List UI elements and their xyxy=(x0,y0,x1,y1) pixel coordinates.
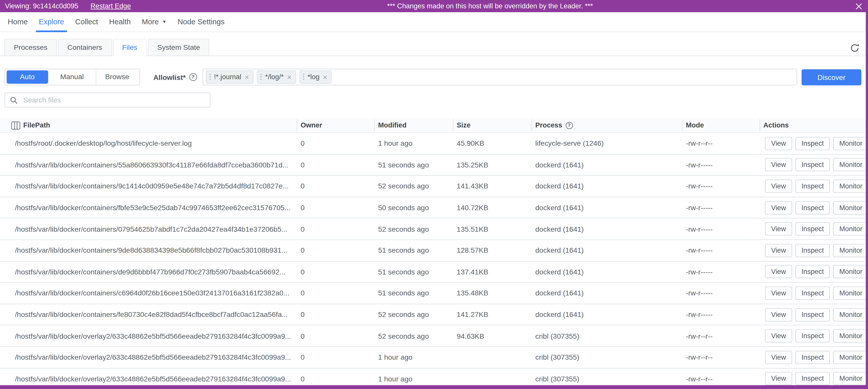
allowlist-tag-input[interactable]: !*.journal × */log/* × *log × xyxy=(203,69,797,85)
view-button[interactable]: View xyxy=(765,329,792,343)
view-button[interactable]: View xyxy=(765,158,792,171)
view-button[interactable]: View xyxy=(765,244,792,257)
tab[interactable]: Processes xyxy=(4,39,57,56)
view-button[interactable]: View xyxy=(765,351,792,364)
nav-item-label: More xyxy=(142,18,159,26)
view-button[interactable]: View xyxy=(765,222,792,236)
col-mode[interactable]: Mode xyxy=(682,118,760,133)
tab-label: Files xyxy=(122,43,137,52)
inspect-button[interactable]: Inspect xyxy=(796,308,830,321)
col-filepath-label: FilePath xyxy=(23,121,50,129)
monitor-button[interactable]: Monitor xyxy=(833,244,866,257)
inspect-button[interactable]: Inspect xyxy=(796,329,830,343)
inspect-button[interactable]: Inspect xyxy=(796,222,830,236)
owner-cell: 0 xyxy=(297,310,374,319)
drag-handle-icon[interactable] xyxy=(209,73,211,81)
size-cell: 141.27KB xyxy=(453,310,531,319)
modified-cell: 51 seconds ago xyxy=(374,161,453,169)
modified-cell: 1 hour ago xyxy=(374,353,453,361)
monitor-button[interactable]: Monitor xyxy=(833,137,866,150)
process-help-icon[interactable]: ? xyxy=(566,122,573,129)
discover-button[interactable]: Discover xyxy=(802,69,862,85)
viewing-host-label: Viewing: 9c1414c0d095 xyxy=(5,2,78,10)
inspect-button[interactable]: Inspect xyxy=(796,158,830,171)
allowlist-tag[interactable]: !*.journal × xyxy=(206,70,254,84)
mode-toggle-option[interactable]: Auto xyxy=(6,70,48,84)
monitor-button[interactable]: Monitor xyxy=(833,286,866,300)
inspect-button[interactable]: Inspect xyxy=(796,372,830,386)
view-button[interactable]: View xyxy=(765,179,792,193)
nav-item[interactable]: Collect xyxy=(70,12,103,32)
mode-cell: -rw-r----- xyxy=(682,225,760,233)
tag-remove-icon[interactable]: × xyxy=(287,73,291,81)
filepath-cell: /hostfs/var/lib/docker/containers/9c1414… xyxy=(0,182,297,191)
discover-controls: Auto Manual Browse Allowlist* ? !*.journ… xyxy=(4,69,862,85)
nav-item[interactable]: Home xyxy=(2,12,33,32)
col-size[interactable]: Size xyxy=(453,118,531,133)
tab-label: Containers xyxy=(67,43,102,52)
view-button[interactable]: View xyxy=(765,308,792,321)
allowlist-tag-label: */log/* xyxy=(265,73,284,81)
inspect-button[interactable]: Inspect xyxy=(796,179,830,193)
table-row: /hostfs/var/lib/docker/overlay2/633c4886… xyxy=(0,326,866,347)
inspect-button[interactable]: Inspect xyxy=(796,286,830,300)
monitor-button[interactable]: Monitor xyxy=(833,308,866,321)
leader-override-banner: Viewing: 9c1414c0d095 Restart Edge *** C… xyxy=(0,0,868,12)
drag-handle-icon[interactable] xyxy=(303,73,304,81)
mode-toggle-option-label: Manual xyxy=(60,73,84,81)
actions-cell: View Inspect Monitor xyxy=(760,308,866,321)
mode-toggle-option[interactable]: Manual xyxy=(51,70,93,84)
drag-handle-icon[interactable] xyxy=(260,73,262,81)
col-filepath[interactable]: FilePath xyxy=(0,118,297,133)
mode-toggle-option[interactable]: Browse xyxy=(96,70,138,84)
view-button[interactable]: View xyxy=(765,265,792,278)
monitor-button[interactable]: Monitor xyxy=(833,222,866,236)
tag-remove-icon[interactable]: × xyxy=(323,73,328,81)
size-cell: 135.25KB xyxy=(453,161,531,169)
col-modified-label: Modified xyxy=(378,121,407,129)
inspect-button[interactable]: Inspect xyxy=(796,244,830,257)
monitor-button[interactable]: Monitor xyxy=(833,265,866,278)
table-row: /hostfs/var/lib/docker/containers/9c1414… xyxy=(0,176,866,197)
view-button[interactable]: View xyxy=(765,372,792,386)
inspect-button[interactable]: Inspect xyxy=(796,201,830,215)
monitor-button[interactable]: Monitor xyxy=(833,351,866,364)
monitor-button[interactable]: Monitor xyxy=(833,372,866,386)
table-row: /hostfs/var/lib/docker/containers/c6964d… xyxy=(0,283,866,304)
col-owner[interactable]: Owner xyxy=(297,118,374,133)
process-cell: dockerd (1641) xyxy=(531,203,682,212)
monitor-button[interactable]: Monitor xyxy=(833,201,866,215)
nav-item[interactable]: Node Settings xyxy=(172,12,230,32)
inspect-button[interactable]: Inspect xyxy=(796,137,830,150)
nav-item-label: Home xyxy=(8,18,28,26)
size-cell: 94.63KB xyxy=(453,332,531,340)
columns-icon[interactable] xyxy=(11,121,21,130)
col-modified[interactable]: Modified xyxy=(374,118,453,133)
view-button[interactable]: View xyxy=(765,137,792,150)
tab[interactable]: Files xyxy=(113,39,147,56)
banner-close-button[interactable] xyxy=(849,2,868,9)
search-input[interactable] xyxy=(22,95,205,105)
allowlist-tag[interactable]: *log × xyxy=(299,70,332,84)
owner-cell: 0 xyxy=(297,353,374,361)
inspect-button[interactable]: Inspect xyxy=(796,265,830,278)
help-icon[interactable]: ? xyxy=(189,73,197,81)
nav-item[interactable]: Explore xyxy=(33,12,70,32)
monitor-button[interactable]: Monitor xyxy=(833,329,866,343)
refresh-button[interactable] xyxy=(849,42,860,53)
nav-item[interactable]: More ▼ xyxy=(136,12,172,32)
monitor-button[interactable]: Monitor xyxy=(833,158,866,171)
allowlist-tag[interactable]: */log/* × xyxy=(257,70,296,84)
tag-remove-icon[interactable]: × xyxy=(245,73,249,81)
nav-item[interactable]: Health xyxy=(103,12,136,32)
col-process[interactable]: Process ? xyxy=(531,118,682,133)
mode-cell: -rw-r----- xyxy=(682,268,760,276)
tab[interactable]: Containers xyxy=(58,39,112,56)
monitor-button[interactable]: Monitor xyxy=(833,179,866,193)
restart-edge-link[interactable]: Restart Edge xyxy=(90,2,131,10)
view-button[interactable]: View xyxy=(765,201,792,215)
inspect-button[interactable]: Inspect xyxy=(796,351,830,364)
tab[interactable]: System State xyxy=(148,39,210,56)
view-button[interactable]: View xyxy=(765,286,792,300)
process-cell: dockerd (1641) xyxy=(531,310,682,319)
